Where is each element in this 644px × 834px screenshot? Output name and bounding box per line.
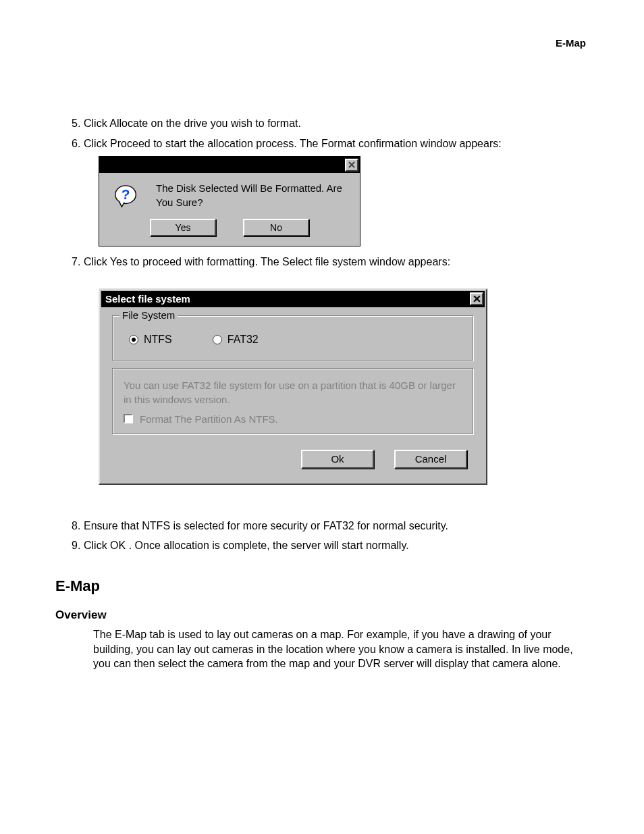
step-number: 5. <box>55 116 84 131</box>
dialog-body: File System NTFS FAT32 You can use FAT32… <box>101 307 485 482</box>
step-text: Click Yes to proceed with formatting. Th… <box>84 255 589 269</box>
step-text: Click OK . Once allocation is complete, … <box>84 538 589 553</box>
dialog-message: The Disk Selected Will Be Formatted. Are… <box>156 181 350 209</box>
ok-button[interactable]: Ok <box>301 450 374 469</box>
radio-icon <box>213 335 222 344</box>
dialog-select-filesystem: Select file system File System NTFS FAT3… <box>99 288 487 485</box>
step-text: Ensure that NTFS is selected for more se… <box>84 519 589 533</box>
checkbox-format-ntfs[interactable]: Format The Partition As NTFS. <box>124 413 462 425</box>
dialog-title-text: Select file system <box>105 293 190 305</box>
overview-paragraph: The E-Map tab is used to lay out cameras… <box>55 627 589 671</box>
step-7: 7. Click Yes to proceed with formatting.… <box>55 255 589 269</box>
yes-button[interactable]: Yes <box>150 219 216 236</box>
step-text: Click Allocate on the drive you wish to … <box>84 116 589 131</box>
figure-select-fs: Select file system File System NTFS FAT3… <box>99 288 589 485</box>
subsection-heading-overview: Overview <box>55 608 589 622</box>
radio-group: NTFS FAT32 <box>129 334 461 346</box>
step-8: 8. Ensure that NTFS is selected for more… <box>55 519 589 533</box>
steps-list-c: 8. Ensure that NTFS is selected for more… <box>55 519 589 553</box>
checkbox-label: Format The Partition As NTFS. <box>140 413 278 425</box>
cancel-button[interactable]: Cancel <box>394 450 467 469</box>
figure-format-confirm: ? The Disk Selected Will Be Formatted. A… <box>99 156 589 246</box>
dialog-titlebar <box>99 157 360 173</box>
step-number: 6. <box>55 136 84 151</box>
radio-label: NTFS <box>144 334 172 346</box>
dialog-titlebar: Select file system <box>101 291 485 307</box>
dialog-button-row: Ok Cancel <box>112 442 474 474</box>
radio-fat32[interactable]: FAT32 <box>213 334 259 346</box>
no-button[interactable]: No <box>243 219 309 236</box>
hint-text: You can use FAT32 file system for use on… <box>124 378 462 407</box>
close-icon[interactable] <box>470 292 483 305</box>
question-icon: ? <box>114 184 140 209</box>
step-text: Click Proceed to start the allocation pr… <box>84 136 589 151</box>
radio-icon <box>129 335 138 344</box>
svg-text:?: ? <box>122 186 130 202</box>
dialog-body: ? The Disk Selected Will Be Formatted. A… <box>99 173 360 213</box>
step-number: 8. <box>55 519 84 533</box>
steps-list-a: 5. Click Allocate on the drive you wish … <box>55 116 589 151</box>
checkbox-icon <box>124 414 133 423</box>
steps-list-b: 7. Click Yes to proceed with formatting.… <box>55 255 589 269</box>
page-header-right: E-Map <box>55 37 589 49</box>
step-9: 9. Click OK . Once allocation is complet… <box>55 538 589 553</box>
step-5: 5. Click Allocate on the drive you wish … <box>55 116 589 131</box>
section-heading-emap: E-Map <box>55 577 589 595</box>
groupbox-file-system: File System NTFS FAT32 <box>112 315 474 361</box>
radio-label: FAT32 <box>227 334 259 346</box>
groupbox-legend: File System <box>119 309 178 321</box>
close-icon[interactable] <box>345 159 358 172</box>
dialog-format-confirm: ? The Disk Selected Will Be Formatted. A… <box>99 156 360 246</box>
step-6: 6. Click Proceed to start the allocation… <box>55 136 589 151</box>
dialog-button-row: Yes No <box>99 213 360 246</box>
step-number: 7. <box>55 255 84 269</box>
radio-ntfs[interactable]: NTFS <box>129 334 172 346</box>
groupbox-fat32-hint: You can use FAT32 file system for use on… <box>112 368 474 435</box>
step-number: 9. <box>55 538 84 553</box>
